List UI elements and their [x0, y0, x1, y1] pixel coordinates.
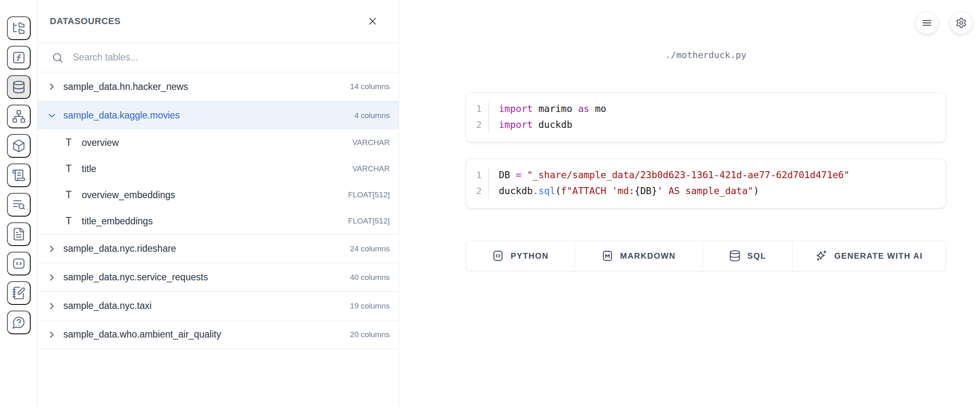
sidebar-rail: [0, 0, 38, 407]
code-token: ): [753, 186, 759, 196]
chevron-right-icon: [47, 81, 57, 92]
table-list: sample_data.hn.hacker_news14 columnssamp…: [38, 72, 399, 349]
documentation-icon: [12, 227, 26, 241]
table-column-count: 24 columns: [350, 244, 390, 253]
code-token: as: [578, 103, 589, 114]
chevron-right-icon: [47, 301, 57, 311]
dependency-graph-icon: [12, 110, 26, 123]
sidebar-item-file-explorer[interactable]: [7, 16, 31, 40]
sidebar-item-variables[interactable]: [7, 46, 31, 69]
sidebar-item-packages[interactable]: [7, 134, 31, 158]
chevron-right-icon: [47, 81, 57, 92]
code-line: 2duckdb.sql(f"ATTACH 'md:{DB}' AS sample…: [466, 183, 946, 199]
code-icon: [492, 250, 504, 262]
file-tree-icon: [12, 21, 26, 35]
table-name: sample_data.nyc.service_requests: [63, 272, 208, 283]
code-token: import: [499, 103, 533, 114]
sparkles-icon: [815, 250, 828, 262]
menu-button[interactable]: [915, 11, 938, 34]
chevron-right-icon: [47, 329, 57, 340]
table-row[interactable]: sample_data.hn.hacker_news14 columns: [38, 72, 399, 101]
table-name: sample_data.who.ambient_air_quality: [63, 329, 221, 340]
sidebar-item-help[interactable]: [7, 311, 31, 334]
table-row[interactable]: sample_data.kaggle.movies4 columns: [38, 101, 399, 130]
code-line: 1import marimo as mo: [466, 101, 946, 117]
column-name: overview_embeddings: [82, 190, 175, 201]
column-row[interactable]: ToverviewVARCHAR: [38, 130, 399, 156]
column-row[interactable]: TtitleVARCHAR: [38, 156, 399, 182]
table-row[interactable]: sample_data.nyc.rideshare24 columns: [38, 234, 399, 263]
table-row[interactable]: sample_data.nyc.service_requests40 colum…: [38, 263, 399, 291]
database-icon: [729, 250, 741, 262]
close-panel-button[interactable]: [367, 16, 378, 27]
code-token: duckdb: [533, 119, 572, 130]
code-token: import: [499, 119, 533, 130]
code-text[interactable]: duckdb.sql(f"ATTACH 'md:{DB}' AS sample_…: [489, 183, 759, 199]
table-row[interactable]: sample_data.who.ambient_air_quality20 co…: [38, 320, 399, 349]
code-token: duckdb: [499, 186, 533, 196]
hamburger-menu-icon: [921, 17, 933, 29]
chevron-right-icon: [47, 272, 57, 283]
sidebar-item-documentation[interactable]: [7, 222, 31, 246]
table-row[interactable]: sample_data.nyc.taxi19 columns: [38, 291, 399, 320]
line-number: 1: [466, 167, 489, 183]
code-token: "_share/sample_data/23b0d623-1361-421d-a…: [527, 170, 849, 180]
markdown-icon: [601, 250, 614, 262]
code-token: f"ATTACH 'md:: [561, 186, 634, 196]
table-column-count: 40 columns: [350, 273, 390, 282]
chevron-down-icon: [47, 110, 57, 121]
panel-header: DATASOURCES: [38, 0, 399, 43]
chevron-down-icon: [47, 110, 57, 121]
code-token: {DB}: [634, 186, 657, 196]
sidebar-item-snippets[interactable]: [7, 252, 31, 275]
help-icon: [12, 315, 26, 329]
column-name: title_embeddings: [82, 216, 153, 227]
chevron-right-icon: [47, 329, 57, 340]
logs-icon: [12, 168, 26, 182]
search-tables-input[interactable]: [73, 52, 386, 63]
chevron-right-icon: [47, 244, 57, 254]
column-row[interactable]: Ttitle_embeddingsFLOAT[512]: [38, 208, 399, 234]
cells-container: 1import marimo as mo2import duckdb1DB = …: [399, 92, 980, 208]
table-column-count: 20 columns: [350, 330, 390, 339]
text-type-icon: T: [63, 163, 74, 174]
add-generate-with-ai-button[interactable]: GENERATE WITH AI: [792, 241, 946, 271]
column-row[interactable]: Toverview_embeddingsFLOAT[512]: [38, 182, 399, 208]
sidebar-item-scratchpad[interactable]: [7, 281, 31, 305]
sidebar-item-tracebacks[interactable]: [7, 193, 31, 217]
code-token: DB: [499, 170, 516, 180]
code-token: ' AS sample_data": [657, 186, 753, 196]
code-text[interactable]: DB = "_share/sample_data/23b0d623-1361-4…: [489, 167, 850, 183]
settings-button[interactable]: [950, 11, 973, 34]
add-markdown-button[interactable]: MARKDOWN: [574, 241, 702, 271]
table-name: sample_data.hn.hacker_news: [63, 81, 188, 92]
table-name: sample_data.nyc.taxi: [63, 300, 152, 311]
chevron-right-icon: [47, 301, 57, 311]
chevron-right-icon: [47, 244, 57, 254]
gear-icon: [955, 17, 967, 29]
add-sql-button[interactable]: SQL: [702, 241, 792, 271]
text-type-icon: T: [63, 215, 74, 227]
add-python-button[interactable]: PYTHON: [466, 241, 574, 271]
table-name: sample_data.kaggle.movies: [63, 110, 180, 121]
table-column-count: 4 columns: [354, 111, 390, 120]
database-icon: [12, 80, 26, 94]
close-icon: [367, 16, 378, 27]
code-text[interactable]: import duckdb: [489, 117, 572, 133]
column-name: overview: [82, 137, 119, 148]
code-token: marimo: [533, 103, 578, 114]
add-button-label: MARKDOWN: [620, 251, 676, 261]
code-text[interactable]: import marimo as mo: [489, 101, 606, 117]
code-cell[interactable]: 1import marimo as mo2import duckdb: [466, 92, 946, 142]
code-line: 1DB = "_share/sample_data/23b0d623-1361-…: [466, 167, 946, 183]
code-cell[interactable]: 1DB = "_share/sample_data/23b0d623-1361-…: [466, 159, 946, 208]
line-number: 1: [466, 101, 489, 117]
panel-title: DATASOURCES: [50, 16, 121, 27]
add-button-label: GENERATE WITH AI: [834, 251, 923, 261]
sidebar-item-datasources[interactable]: [7, 75, 31, 99]
notebook-main: ./motherduck.py 1import marimo as mo2imp…: [399, 0, 980, 407]
sidebar-item-dependencies[interactable]: [7, 105, 31, 128]
chevron-right-icon: [47, 272, 57, 283]
line-number: 2: [466, 183, 489, 199]
sidebar-item-logs[interactable]: [7, 163, 31, 187]
